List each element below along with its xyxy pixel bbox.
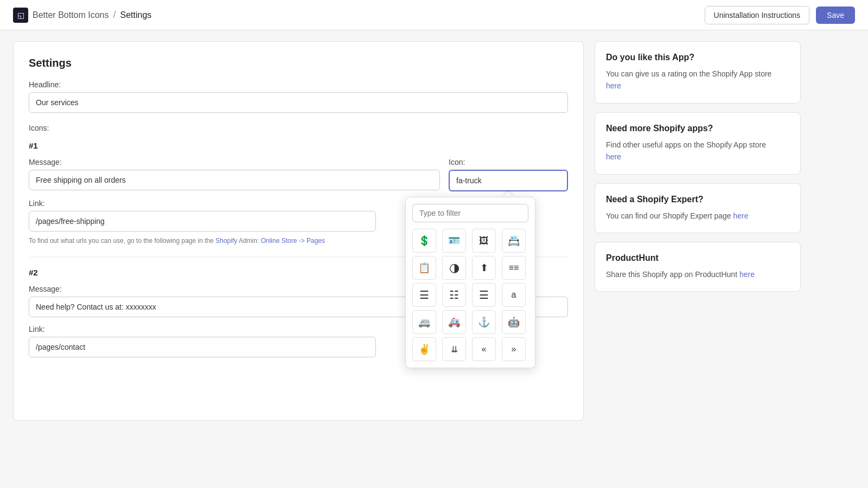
icon-cell[interactable]: « [472,337,496,361]
icon1-message-input[interactable] [29,170,440,190]
icon2-message-label: Message: [29,285,440,293]
icon-cell[interactable]: ◑ [442,256,466,280]
icon-cell[interactable]: ✌ [412,337,436,361]
icon-cell[interactable]: 📋 [412,256,436,280]
icon1-link-input[interactable] [29,211,376,232]
icon1-message-field: Message: [29,158,440,191]
icon1-number: #1 [29,141,568,150]
headline-field: Headline: [29,80,568,113]
icon-grid: 💲 🪪 🖼 📇 📋 ◑ ⬆ ≡≡ ☰ ☷ ☰ [412,229,528,361]
icon1-icon-field: Icon: 💲 🪪 🖼 📇 [449,158,568,191]
headline-label: Headline: [29,80,568,89]
icon-cell[interactable]: 🪪 [442,229,466,253]
sidebar-card-expert: Need a Shopify Expert? You can find our … [595,183,801,233]
app-icon: ◱ [13,8,28,23]
save-button[interactable]: Save [816,7,855,24]
icon-cell[interactable]: 💲 [412,229,436,253]
breadcrumb-separator: / [113,9,116,21]
main-panel: Settings Headline: Icons: #1 Message: Ic… [13,41,584,421]
top-nav: ◱ Better Bottom Icons / Settings Uninsta… [0,0,868,30]
icon1-row: Message: Icon: 💲 🪪 � [29,158,568,191]
page-layout: Settings Headline: Icons: #1 Message: Ic… [0,30,814,432]
sidebar-card2-text: Find other useful apps on the Shopify Ap… [606,139,789,163]
card3-link[interactable]: here [733,211,749,220]
nav-actions: Uninstallation Instructions Save [705,6,855,24]
sidebar-card4-text: Share this Shopify app on ProductHunt he… [606,268,789,280]
icon-cell[interactable]: ⚓ [472,310,496,334]
sidebar-card3-title: Need a Shopify Expert? [606,195,789,204]
icon-cell[interactable]: ⬆ [472,256,496,280]
icon-cell[interactable]: ☰ [412,283,436,307]
current-page-title: Settings [120,10,152,20]
icon-cell[interactable]: 🚐 [412,310,436,334]
icon1-input-wrapper: 💲 🪪 🖼 📇 📋 ◑ ⬆ ≡≡ ☰ ☷ ☰ [449,170,568,191]
breadcrumb: ◱ Better Bottom Icons / Settings [13,8,151,23]
headline-input[interactable] [29,92,568,113]
icon-cell[interactable]: ⇊ [442,337,466,361]
icon-cell[interactable]: ☰ [472,283,496,307]
sidebar-card-rating: Do you like this App? You can give us a … [595,41,801,104]
sidebar-card-apps: Need more Shopify apps? Find other usefu… [595,112,801,175]
sidebar-card-producthunt: ProductHunt Share this Shopify app on Pr… [595,242,801,292]
uninstall-button[interactable]: Uninstallation Instructions [705,6,810,24]
icon1-icon-input[interactable] [449,170,568,191]
sidebar-card1-title: Do you like this App? [606,53,789,62]
icon-cell[interactable]: ≡≡ [502,256,526,280]
shopify-link[interactable]: Shopify [215,237,237,245]
icon-filter-input[interactable] [412,204,528,222]
icons-label: Icons: [29,124,568,132]
card4-link[interactable]: here [739,270,755,279]
app-name: Better Bottom Icons [33,10,109,20]
card1-link[interactable]: here [606,81,621,90]
sidebar-card1-text: You can give us a rating on the Shopify … [606,68,789,92]
icon-cell[interactable]: 🚑 [442,310,466,334]
icon-cell[interactable]: 🖼 [472,229,496,253]
card2-link[interactable]: here [606,152,621,161]
sidebar-card3-text: You can find our Shopify Expert page her… [606,210,789,222]
icon-cell[interactable]: 📇 [502,229,526,253]
sidebar-card4-title: ProductHunt [606,253,789,263]
online-store-link[interactable]: Online Store -> Pages [261,237,325,245]
icon2-link-input[interactable] [29,337,376,357]
sidebar-card2-title: Need more Shopify apps? [606,124,789,133]
icon2-message-input[interactable] [29,297,440,317]
icon-cell[interactable]: 🤖 [502,310,526,334]
icon-cell[interactable]: a [502,283,526,307]
icon-cell[interactable]: » [502,337,526,361]
icon-picker-popup: 💲 🪪 🖼 📇 📋 ◑ ⬆ ≡≡ ☰ ☷ ☰ [405,197,535,368]
icon-cell[interactable]: ☷ [442,283,466,307]
settings-title: Settings [29,57,568,69]
sidebar: Do you like this App? You can give us a … [595,41,801,421]
dropdown-caret [503,191,514,197]
icon2-message-field: Message: [29,285,440,317]
icon1-message-label: Message: [29,158,440,166]
icon1-icon-label: Icon: [449,158,568,166]
